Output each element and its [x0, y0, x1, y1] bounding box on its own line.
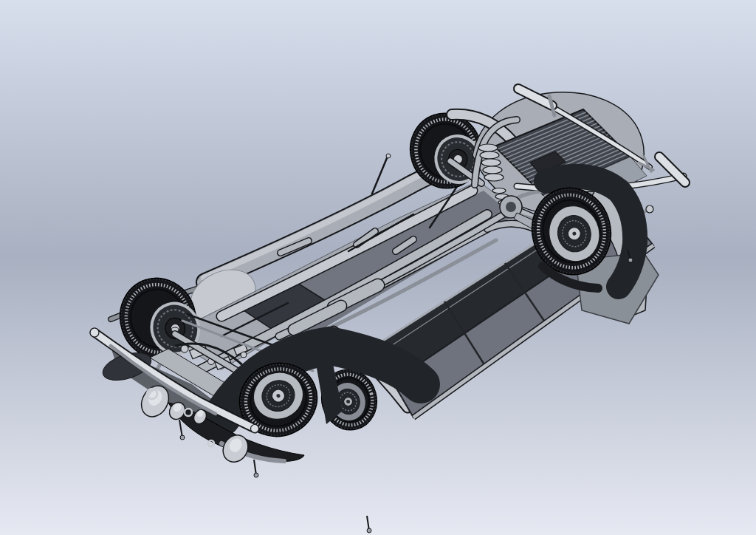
differential-center: [506, 202, 516, 212]
linkage-joint: [241, 352, 247, 358]
pin-tip: [367, 528, 371, 533]
pin-tip: [628, 258, 633, 262]
pin-tip: [180, 435, 185, 440]
cad-viewport: [0, 0, 756, 535]
rod-ball-tip: [386, 154, 391, 158]
coil-spring-ring: [484, 174, 504, 181]
linkage-joint: [181, 345, 188, 352]
coil-spring-ring: [483, 166, 502, 174]
stalk-ball: [646, 205, 653, 213]
bumper-end-cap: [90, 328, 99, 337]
coil-spring-ring: [480, 151, 499, 159]
3d-viewport-canvas[interactable]: [0, 0, 756, 535]
bumper-end-cap: [251, 425, 259, 433]
coil-spring-ring: [481, 159, 501, 166]
pin-tip: [254, 473, 258, 477]
coil-spring-ring: [478, 144, 498, 151]
u-joint-ring: [492, 188, 506, 194]
